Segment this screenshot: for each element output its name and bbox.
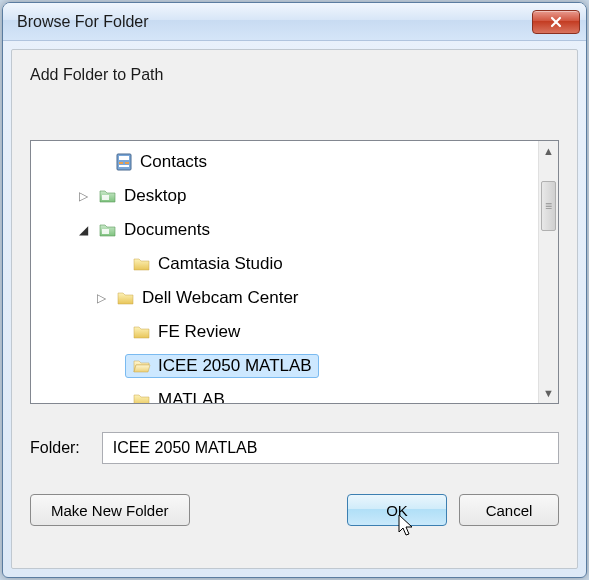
folder-icon: [132, 254, 152, 274]
close-icon: [549, 15, 563, 29]
folder-icon: [132, 322, 152, 342]
expander-expanded-icon[interactable]: ◢: [75, 223, 91, 237]
tree-item-label: Contacts: [140, 152, 207, 172]
folder-open-icon: [132, 356, 152, 376]
scroll-down-button[interactable]: ▼: [539, 383, 558, 403]
button-group-right: OK Cancel: [347, 494, 559, 526]
svg-rect-2: [119, 162, 123, 164]
titlebar: Browse For Folder: [3, 3, 586, 41]
tree-item-label-wrap: ICEE 2050 MATLAB: [125, 354, 319, 378]
browse-folder-dialog: Browse For Folder Add Folder to Path Con…: [2, 2, 587, 578]
expander-collapsed-icon[interactable]: ▷: [75, 189, 91, 203]
ok-button-label: OK: [386, 502, 408, 519]
scroll-up-button[interactable]: ▲: [539, 141, 558, 161]
tree-item-label-wrap: Desktop: [91, 184, 193, 208]
close-button[interactable]: [532, 10, 580, 34]
tree-item[interactable]: ▷Desktop: [31, 179, 538, 213]
tree-item-label: MATLAB: [158, 390, 225, 403]
dialog-content: Add Folder to Path Contacts▷Desktop◢Docu…: [11, 49, 578, 569]
folder-label: Folder:: [30, 439, 80, 457]
cancel-button[interactable]: Cancel: [459, 494, 559, 526]
tree-item[interactable]: ◢Documents: [31, 213, 538, 247]
svg-rect-6: [102, 229, 109, 234]
contacts-icon: [114, 152, 134, 172]
tree-item[interactable]: Camtasia Studio: [31, 247, 538, 281]
svg-rect-4: [119, 165, 129, 167]
svg-rect-3: [125, 162, 129, 164]
folder-sys-icon: [98, 220, 118, 240]
tree-item[interactable]: Contacts: [31, 145, 538, 179]
tree-item-label-wrap: Contacts: [107, 150, 214, 174]
tree-item[interactable]: ▷Dell Webcam Center: [31, 281, 538, 315]
button-row: Make New Folder OK Cancel: [30, 494, 559, 526]
folder-icon: [116, 288, 136, 308]
ok-button[interactable]: OK: [347, 494, 447, 526]
tree-item-label-wrap: Camtasia Studio: [125, 252, 290, 276]
folder-sys-icon: [98, 186, 118, 206]
make-new-folder-button[interactable]: Make New Folder: [30, 494, 190, 526]
folder-tree[interactable]: Contacts▷Desktop◢DocumentsCamtasia Studi…: [31, 141, 538, 403]
tree-item-label: FE Review: [158, 322, 240, 342]
tree-item-label: Dell Webcam Center: [142, 288, 299, 308]
tree-item[interactable]: MATLAB: [31, 383, 538, 403]
folder-icon: [132, 390, 152, 403]
scroll-thumb[interactable]: [541, 181, 556, 231]
tree-item-label: Camtasia Studio: [158, 254, 283, 274]
folder-row: Folder:: [30, 432, 559, 464]
svg-rect-1: [119, 156, 129, 160]
window-title: Browse For Folder: [17, 13, 149, 31]
tree-item[interactable]: FE Review: [31, 315, 538, 349]
tree-item-label: Desktop: [124, 186, 186, 206]
tree-item-label-wrap: Documents: [91, 218, 217, 242]
scrollbar[interactable]: ▲ ▼: [538, 141, 558, 403]
folder-input[interactable]: [102, 432, 559, 464]
tree-item-label-wrap: FE Review: [125, 320, 247, 344]
tree-item-label: ICEE 2050 MATLAB: [158, 356, 312, 376]
tree-item-label: Documents: [124, 220, 210, 240]
folder-tree-container: Contacts▷Desktop◢DocumentsCamtasia Studi…: [30, 140, 559, 404]
instruction-text: Add Folder to Path: [30, 66, 559, 84]
tree-item[interactable]: ICEE 2050 MATLAB: [31, 349, 538, 383]
tree-item-label-wrap: MATLAB: [125, 388, 232, 403]
expander-collapsed-icon[interactable]: ▷: [93, 291, 109, 305]
svg-rect-5: [102, 195, 109, 200]
tree-item-label-wrap: Dell Webcam Center: [109, 286, 306, 310]
